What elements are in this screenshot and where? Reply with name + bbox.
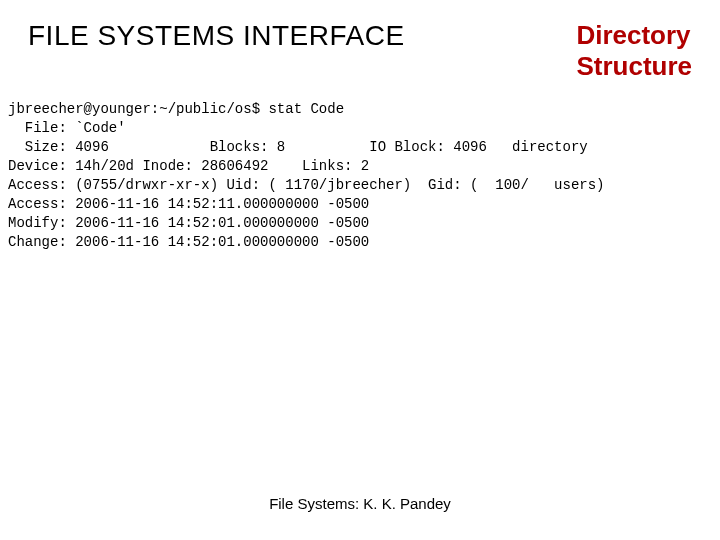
terminal-line-2: Size: 4096 Blocks: 8 IO Block: 4096 dire… [8,139,588,155]
terminal-line-5: Access: 2006-11-16 14:52:11.000000000 -0… [8,196,369,212]
slide-footer: File Systems: K. K. Pandey [0,495,720,512]
slide-subtitle: DirectoryStructure [576,20,692,82]
terminal-line-1: File: `Code' [8,120,126,136]
terminal-line-6: Modify: 2006-11-16 14:52:01.000000000 -0… [8,215,369,231]
terminal-line-7: Change: 2006-11-16 14:52:01.000000000 -0… [8,234,369,250]
slide-header: FILE SYSTEMS INTERFACE DirectoryStructur… [0,0,720,92]
terminal-line-3: Device: 14h/20d Inode: 28606492 Links: 2 [8,158,369,174]
slide-title: FILE SYSTEMS INTERFACE [28,20,405,52]
terminal-line-4: Access: (0755/drwxr-xr-x) Uid: ( 1170/jb… [8,177,605,193]
terminal-line-0: jbreecher@younger:~/public/os$ stat Code [8,101,344,117]
terminal-output: jbreecher@younger:~/public/os$ stat Code… [0,92,720,251]
